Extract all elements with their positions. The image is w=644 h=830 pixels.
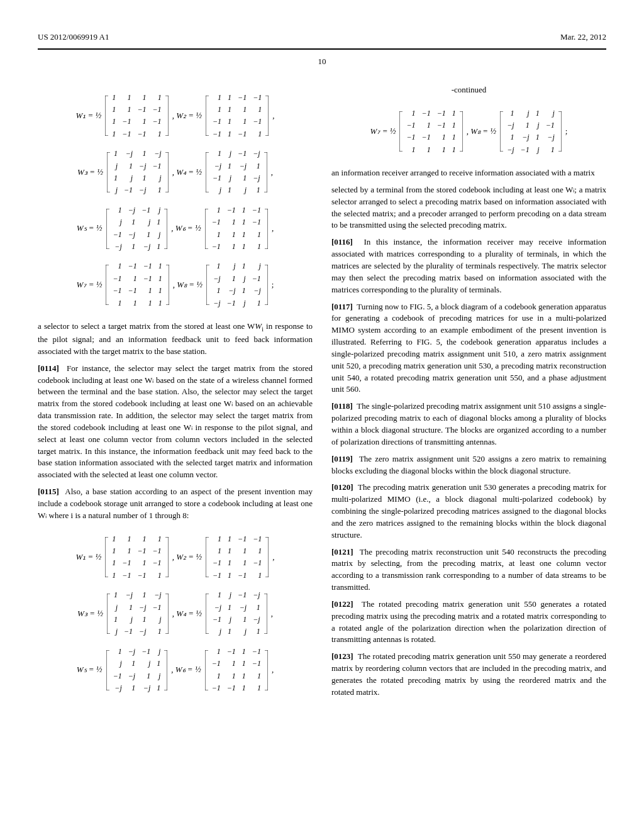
matrix: 11−1−11111−111−1−11−11 — [206, 533, 269, 582]
matrix: 11−1−11111−111−1−11−11 — [206, 92, 269, 141]
matrix-cells: 1−j−1jj1j1−1−j1j−j1−j1 — [110, 646, 164, 695]
matrix-pair: W₇ = ½1−1−11−11−11−1−1111111, W₈ = ½1j1j… — [331, 108, 606, 157]
para-[0118]: [0118] The single-polarized precoding ma… — [331, 401, 606, 448]
matrix-trail: , — [271, 167, 273, 179]
matrix-cells: 1−1−11−11−11−1−1111111 — [109, 260, 165, 309]
matrix-cells: 1j1j−j1j−11−j1−j−j−1j1 — [504, 108, 558, 157]
para-num: [0119] — [331, 454, 353, 463]
bracket-right-icon — [558, 108, 562, 157]
matrix-label: , W₂ = ½ — [172, 551, 202, 563]
matrix-trail: ; — [565, 126, 568, 138]
matrix-cells: 1j1j−j1j−11−j1−j−j−1j1 — [210, 260, 264, 309]
matrix-pair: W₃ = ½1−j1−jj1−j−11j1jj−1−j1, W₄ = ½1j−1… — [38, 148, 313, 197]
bracket-right-icon — [264, 589, 267, 638]
matrix-set-col2: W₇ = ½1−1−11−11−11−1−1111111, W₈ = ½1j1j… — [331, 108, 606, 157]
matrix-cells: 1−11−1−111−11111−1−111 — [209, 646, 264, 695]
matrix-cells: 1j−1−j−j1−j1−1j1−jj1j1 — [209, 148, 264, 197]
matrix-label: , W₄ = ½ — [172, 167, 202, 179]
matrix-label: , W₄ = ½ — [172, 608, 202, 620]
matrix-trail: ; — [272, 279, 274, 291]
para-num: [0118] — [331, 401, 353, 411]
para-num: [0116] — [331, 237, 353, 246]
para-[0120]: [0120] The precoding matrix generation u… — [331, 482, 606, 541]
matrix-cells: 11−1−11111−111−1−11−11 — [209, 92, 265, 141]
matrix-set-top: W₁ = ½111111−1−11−11−11−1−11, W₂ = ½11−1… — [38, 92, 313, 309]
para-num: [0117] — [331, 302, 353, 311]
matrix: 1−11−1−111−11111−1111 — [205, 204, 268, 253]
para-1: selected by a terminal from the stored c… — [331, 184, 606, 231]
para-text: The rotated precoding matrix generation … — [331, 599, 606, 645]
matrix-label: W₅ = ½ — [77, 223, 103, 235]
para-text: The precoding matrix generation unit 530… — [331, 482, 606, 539]
content: W₁ = ½111111−1−11−11−11−1−11, W₂ = ½11−1… — [38, 80, 606, 706]
bracket-right-icon — [264, 204, 268, 253]
para-0115: [0115] Also, a base station according to… — [38, 486, 313, 522]
matrix-pair: W₅ = ½1−j−1jj1j1−1−j1j−j1−j1, W₆ = ½1−11… — [38, 204, 313, 253]
continued-label: -continued — [331, 84, 606, 96]
matrix-label: W₁ = ½ — [75, 110, 101, 122]
matrix-trail: , — [272, 110, 274, 122]
para-0114: [0114] For instance, the selector may se… — [38, 363, 313, 481]
matrix: 111111−1−11−11−11−1−11 — [105, 92, 168, 141]
para-[0119]: [0119] The zero matrix assignment unit 5… — [331, 453, 606, 477]
matrix-label: W₅ = ½ — [77, 664, 103, 676]
matrix: 1−j1−jj1−j−11j1jj−1−j1 — [107, 148, 169, 197]
matrix-cells: 1−j1−jj1−j−11j1jj−1−j1 — [111, 148, 165, 197]
matrix: 1−j−1jj1j1−1−j1j−j1−j1 — [106, 646, 168, 695]
para-num: [0120] — [331, 482, 353, 492]
para-text: In this instance, the information receiv… — [331, 237, 606, 294]
bracket-right-icon — [265, 92, 269, 141]
pubdate: Mar. 22, 2012 — [560, 31, 606, 43]
bracket-right-icon — [165, 260, 169, 309]
matrix: 111111−1−11−11−11−1−11 — [105, 533, 168, 582]
matrix-label: , W₂ = ½ — [172, 110, 202, 122]
matrix: 1−1−11−11−11−1−1111111 — [399, 108, 462, 157]
bracket-right-icon — [264, 646, 268, 695]
col-right: -continued W₇ = ½1−1−11−11−11−1−1111111,… — [331, 80, 606, 706]
matrix-cells: 111111−1−11−11−11−1−11 — [109, 92, 164, 141]
para-text: The precoding matrix reconstruction unit… — [331, 547, 606, 592]
matrix-pair: W₇ = ½1−1−11−11−11−1−1111111, W₈ = ½1j1j… — [38, 260, 313, 309]
para-[0116]: [0116] In this instance, the information… — [331, 236, 606, 296]
matrix-trail: , — [272, 664, 274, 676]
bracket-right-icon — [165, 589, 169, 638]
para-[0123]: [0123] The rotated precoding matrix gene… — [331, 651, 606, 698]
matrix-pair: W₁ = ½111111−1−11−11−11−1−11, W₂ = ½11−1… — [38, 533, 313, 582]
matrix: 1j1j−j1j−11−j1−j−j−1j1 — [500, 108, 562, 157]
bracket-right-icon — [165, 533, 169, 582]
bracket-right-icon — [264, 260, 268, 309]
matrix-pair: W₃ = ½1−j1−jj1−j−11j1jj−1−j1, W₄ = ½1j−1… — [38, 589, 313, 638]
para-text: selected by a terminal from the stored c… — [331, 185, 606, 230]
bracket-right-icon — [165, 148, 169, 197]
matrix-label: W₇ = ½ — [77, 279, 103, 291]
matrix-label: , W₈ = ½ — [173, 279, 203, 291]
para-text: The rotated precoding matrix generation … — [331, 651, 606, 697]
para-text: an information receiver arranged to rece… — [331, 168, 595, 177]
bracket-right-icon — [459, 108, 463, 157]
matrix-label: W₃ = ½ — [77, 608, 103, 620]
para-num: [0123] — [331, 651, 353, 661]
matrix-cells: 11−1−11111−111−1−11−11 — [209, 533, 265, 582]
para-[0121]: [0121] The precoding matrix reconstructi… — [331, 546, 606, 594]
bracket-right-icon — [264, 148, 267, 197]
para-[0117]: [0117] Turning now to FIG. 5, a block di… — [331, 301, 606, 396]
matrix-label: W₇ = ½ — [370, 126, 396, 138]
para-text: Turning now to FIG. 5, a block diagram o… — [331, 302, 606, 394]
matrix-label: , W₆ = ½ — [171, 664, 201, 676]
page-number: 10 — [38, 56, 606, 68]
matrix: 1j−1−j−j1−j1−1j1−jj1j1 — [206, 148, 267, 197]
col-left: W₁ = ½111111−1−11−11−11−1−11, W₂ = ½11−1… — [38, 80, 313, 706]
para-num: [0122] — [331, 599, 353, 609]
matrix-cells: 1−11−1−111−11111−1111 — [209, 204, 264, 253]
matrix: 1−j1−jj1−j−11j1jj−1−j1 — [107, 589, 169, 638]
matrix: 1j1j−j1j−11−j1−j−j−1j1 — [206, 260, 268, 309]
matrix: 1−11−1−111−11111−1−111 — [205, 646, 268, 695]
matrix-label: W₁ = ½ — [75, 551, 101, 563]
matrix-trail: , — [272, 551, 274, 563]
matrix-trail: , — [271, 608, 273, 620]
matrix-label: , W₈ = ½ — [467, 126, 496, 138]
pubnum: US 2012/0069919 A1 — [38, 31, 109, 43]
matrix-label: , W₆ = ½ — [171, 223, 201, 235]
para-selector: a selector to select a target matrix fro… — [38, 321, 313, 358]
matrix-cells: 1−j1−jj1−j−11j1jj−1−j1 — [111, 589, 165, 638]
